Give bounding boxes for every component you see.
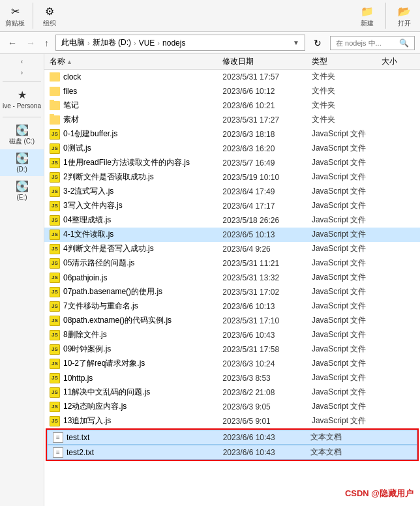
forward-button[interactable]: → — [23, 37, 38, 50]
file-name: 05清示路径的问题.js — [63, 258, 134, 269]
content-area: 名称 ▲ 修改日期 类型 大小 clock2023/5/31 17:57文件夹f… — [44, 54, 420, 506]
search-input[interactable] — [336, 39, 397, 47]
file-name: 4判断文件是否写入成功.js — [63, 243, 154, 254]
js-file-icon: JS — [50, 416, 60, 426]
toolbar-organize: ⚙ 组织 — [41, 4, 58, 28]
sidebar-item-quickaccess[interactable]: ★ ive - Persona — [0, 86, 44, 113]
table-row[interactable]: JS4判断文件是否写入成功.js2023/6/4 9:26JavaScript … — [44, 242, 420, 256]
search-bar[interactable]: 🔍 — [330, 36, 415, 50]
cell-date: 2023/6/5 10:13 — [222, 230, 312, 239]
table-row[interactable]: 笔记2023/6/6 10:21文件夹 — [44, 98, 420, 113]
table-row[interactable]: test.txt2023/6/6 10:43文本文档 — [47, 430, 417, 445]
file-name: 1使用readFile方法读取文件的内容.js — [63, 157, 190, 168]
sidebar-sep-2 — [3, 117, 41, 117]
sidebar-quickaccess-label: ive - Persona — [3, 102, 41, 110]
breadcrumb-this-pc[interactable]: 此电脑 — [61, 37, 85, 48]
cell-name: 素材 — [44, 114, 222, 125]
sort-arrow-name: ▲ — [67, 59, 72, 65]
cell-name: JS4-1文件读取.js — [44, 229, 222, 240]
file-name: 4-1文件读取.js — [63, 229, 113, 240]
table-row[interactable]: JS10-2了解req请求对象.js2023/6/3 10:24JavaScri… — [44, 357, 420, 371]
refresh-button[interactable]: ↻ — [309, 36, 326, 50]
table-row[interactable]: JS11解决中文乱码的问题.js2023/6/2 21:08JavaScript… — [44, 385, 420, 400]
folder-icon — [50, 87, 60, 96]
table-row[interactable]: JS04整理成绩.js2023/5/18 26:26JavaScript 文件 — [44, 213, 420, 228]
table-row[interactable]: JS10http.js2023/6/3 8:53JavaScript 文件 — [44, 371, 420, 385]
table-row[interactable]: JS07path.basename()的使用.js2023/5/31 17:02… — [44, 285, 420, 299]
file-name: 10-2了解req请求对象.js — [63, 358, 145, 369]
js-file-icon: JS — [50, 258, 60, 269]
file-name: 笔记 — [63, 100, 79, 111]
table-row[interactable]: JS8删除文件.js2023/6/6 10:43JavaScript 文件 — [44, 328, 420, 342]
sidebar-expand-right[interactable]: › — [0, 68, 44, 78]
cut-button[interactable]: ✂ — [7, 4, 23, 19]
file-name: test2.txt — [67, 448, 94, 457]
breadcrumb-dropdown-icon[interactable]: ▼ — [293, 39, 299, 46]
sidebar-item-drive-d[interactable]: 💽 (D:) — [0, 149, 44, 176]
file-name: 3写入文件内容.js — [63, 200, 123, 211]
table-row[interactable]: JS13追加写入.js2023/6/5 9:01JavaScript 文件 — [44, 414, 420, 428]
table-row[interactable]: JS12动态响应内容.js2023/6/3 9:05JavaScript 文件 — [44, 400, 420, 414]
cell-date: 2023/6/4 17:17 — [222, 201, 312, 211]
js-file-icon: JS — [50, 344, 60, 355]
up-button[interactable]: ↑ — [42, 37, 52, 50]
breadcrumb[interactable]: 此电脑 › 新加卷 (D:) › VUE › nodejs ▼ — [55, 35, 305, 51]
cell-type: 文本文档 — [310, 447, 379, 458]
folder-icon — [50, 101, 60, 110]
breadcrumb-nodejs[interactable]: nodejs — [162, 38, 185, 48]
table-row[interactable]: 素材2023/5/31 17:27文件夹 — [44, 113, 420, 127]
table-row[interactable]: JS2判断文件是否读取成功.js2023/5/19 10:10JavaScrip… — [44, 170, 420, 185]
sidebar-drive-d-label: (D:) — [16, 166, 27, 173]
cell-date: 2023/6/5 9:01 — [222, 417, 312, 426]
breadcrumb-drive[interactable]: 新加卷 (D:) — [93, 37, 131, 48]
file-name: 06pathjoin.js — [63, 273, 107, 282]
cell-date: 2023/6/6 10:12 — [222, 87, 312, 96]
table-row[interactable]: clock2023/5/31 17:57文件夹 — [44, 70, 420, 84]
table-row[interactable]: JS4-1文件读取.js2023/6/5 10:13JavaScript 文件 — [44, 228, 420, 242]
table-row[interactable]: JS0测试.js2023/6/3 16:20JavaScript 文件 — [44, 141, 420, 156]
table-row[interactable]: test2.txt2023/6/6 10:43文本文档 — [47, 445, 417, 460]
open-button[interactable]: 📂 — [394, 4, 415, 19]
col-header-name[interactable]: 名称 ▲ — [44, 56, 222, 67]
file-name: 0测试.js — [63, 143, 91, 154]
organize-button[interactable]: ⚙ — [41, 4, 58, 19]
table-row[interactable]: JS0-1创建buffer.js2023/6/3 18:18JavaScript… — [44, 127, 420, 141]
js-file-icon: JS — [50, 201, 60, 211]
cell-type: JavaScript 文件 — [312, 387, 382, 398]
js-file-icon: JS — [50, 373, 60, 383]
cell-type: JavaScript 文件 — [312, 301, 382, 312]
sidebar-drive-c-label: 磁盘 (C:) — [9, 138, 35, 145]
table-row[interactable]: JS06pathjoin.js2023/5/31 13:32JavaScript… — [44, 271, 420, 285]
breadcrumb-vue[interactable]: VUE — [139, 38, 155, 48]
new-button[interactable]: 📁 — [357, 4, 378, 19]
table-row[interactable]: JS05清示路径的问题.js2023/5/31 11:21JavaScript … — [44, 256, 420, 271]
table-row[interactable]: JS7文件移动与重命名.js2023/6/6 10:13JavaScript 文… — [44, 299, 420, 314]
js-file-icon: JS — [50, 330, 60, 340]
table-row[interactable]: JS08path.extname()的代码实例.js2023/5/31 17:1… — [44, 314, 420, 328]
col-header-type[interactable]: 类型 — [312, 56, 382, 67]
search-icon[interactable]: 🔍 — [399, 38, 409, 48]
cell-name: JS06pathjoin.js — [44, 273, 222, 283]
table-row[interactable]: JS3写入文件内容.js2023/6/4 17:17JavaScript 文件 — [44, 199, 420, 213]
table-row[interactable]: files2023/6/6 10:12文件夹 — [44, 84, 420, 98]
cell-type: JavaScript 文件 — [312, 286, 382, 297]
table-row[interactable]: JS3-2流式写入.js2023/6/4 17:49JavaScript 文件 — [44, 185, 420, 199]
table-row[interactable]: JS09时钟案例.js2023/5/31 17:58JavaScript 文件 — [44, 342, 420, 357]
cell-type: JavaScript 文件 — [312, 372, 382, 383]
cell-name: files — [44, 87, 222, 96]
sidebar-expand-left[interactable]: ‹ — [0, 57, 44, 67]
cell-name: JS10-2了解req请求对象.js — [44, 358, 222, 369]
sidebar-item-drive-c[interactable]: 💽 磁盘 (C:) — [0, 121, 44, 148]
cell-type: JavaScript 文件 — [312, 258, 382, 269]
drive-c-icon: 💽 — [16, 124, 29, 136]
cell-date: 2023/6/6 10:21 — [222, 101, 312, 110]
sidebar: ‹ › ★ ive - Persona 💽 磁盘 (C:) 💽 (D:) 💽 (… — [0, 54, 44, 506]
sidebar-item-drive-e[interactable]: 💽 (E:) — [0, 177, 44, 204]
back-button[interactable]: ← — [5, 37, 20, 50]
file-name: 13追加写入.js — [63, 415, 111, 426]
cell-type: JavaScript 文件 — [312, 143, 382, 154]
file-list-header: 名称 ▲ 修改日期 类型 大小 — [44, 54, 420, 70]
col-header-date[interactable]: 修改日期 — [222, 56, 312, 67]
table-row[interactable]: JS1使用readFile方法读取文件的内容.js2023/5/7 16:49J… — [44, 156, 420, 170]
col-header-size[interactable]: 大小 — [382, 56, 420, 67]
